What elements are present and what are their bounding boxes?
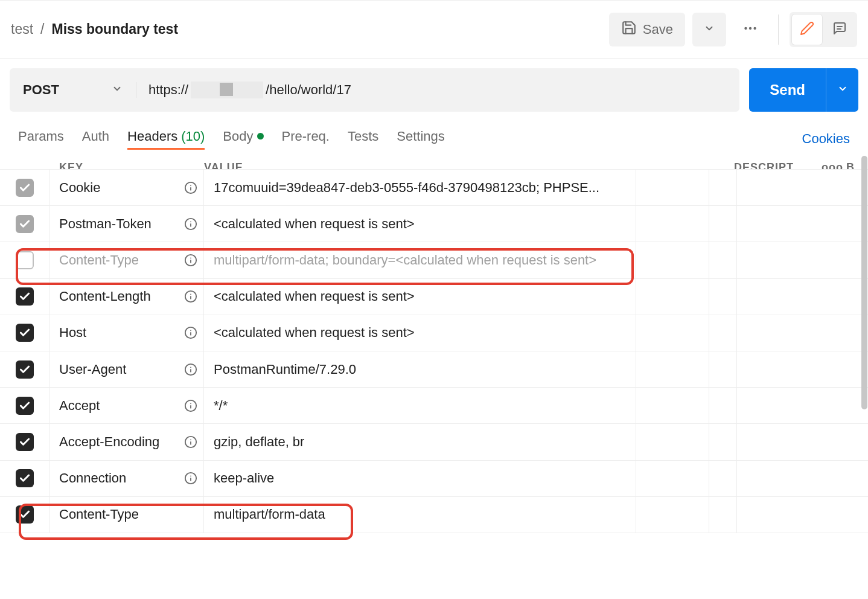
header-enabled-checkbox[interactable] bbox=[16, 397, 34, 415]
header-enabled-checkbox[interactable] bbox=[16, 324, 34, 342]
header-description-cell[interactable] bbox=[636, 242, 709, 278]
header-description-cell[interactable] bbox=[636, 497, 709, 533]
header-value-text: */* bbox=[214, 398, 228, 414]
send-button[interactable]: Send bbox=[749, 68, 826, 112]
header-description-cell[interactable] bbox=[636, 279, 709, 315]
header-enabled-checkbox[interactable] bbox=[16, 505, 34, 524]
header-key-cell[interactable]: User-Agent bbox=[49, 351, 204, 387]
header-description-cell[interactable] bbox=[636, 206, 709, 242]
svg-point-1 bbox=[749, 27, 752, 29]
header-enabled-checkbox[interactable] bbox=[16, 251, 34, 269]
info-icon[interactable] bbox=[184, 254, 197, 267]
send-dropdown-button[interactable] bbox=[826, 68, 858, 112]
header-row: Content-Typemultipart/form-data bbox=[0, 497, 868, 533]
header-enabled-checkbox[interactable] bbox=[16, 360, 34, 379]
header-row: Host<calculated when request is sent> bbox=[0, 315, 868, 351]
header-description-cell[interactable] bbox=[636, 424, 709, 460]
divider bbox=[778, 14, 779, 45]
header-key-cell[interactable]: Host bbox=[49, 315, 204, 351]
tab-auth[interactable]: Auth bbox=[82, 129, 109, 150]
header-key-text: Host bbox=[59, 325, 86, 341]
header-enabled-checkbox[interactable] bbox=[16, 287, 34, 306]
header-key-cell[interactable]: Postman-Token bbox=[49, 206, 204, 242]
headers-count: (10) bbox=[181, 129, 205, 144]
header-more-cell bbox=[709, 206, 737, 242]
header-row: User-AgentPostmanRuntime/7.29.0 bbox=[0, 351, 868, 388]
info-icon[interactable] bbox=[184, 399, 197, 412]
header-extra-cell bbox=[737, 388, 761, 423]
header-value-cell[interactable]: keep-alive bbox=[204, 461, 636, 496]
tab-settings[interactable]: Settings bbox=[397, 129, 445, 150]
info-icon[interactable] bbox=[184, 217, 197, 231]
header-description-cell[interactable] bbox=[636, 170, 709, 205]
edit-mode-button[interactable] bbox=[792, 14, 822, 45]
header-enabled-checkbox[interactable] bbox=[16, 179, 34, 197]
scrollbar-thumb[interactable] bbox=[861, 156, 867, 409]
header-extra-cell bbox=[737, 461, 761, 496]
tab-body[interactable]: Body bbox=[223, 129, 263, 150]
info-icon[interactable] bbox=[184, 472, 197, 485]
header-value-cell[interactable]: gzip, deflate, br bbox=[204, 424, 636, 460]
save-button[interactable]: Save bbox=[609, 13, 685, 46]
header-key-cell[interactable]: Content-Type bbox=[49, 497, 204, 533]
save-label: Save bbox=[643, 22, 673, 37]
header-enabled-checkbox[interactable] bbox=[16, 469, 34, 487]
header-enabled-checkbox[interactable] bbox=[16, 215, 34, 233]
info-icon[interactable] bbox=[184, 326, 197, 339]
header-key-cell[interactable]: Accept-Encoding bbox=[49, 424, 204, 460]
header-value-cell[interactable]: <calculated when request is sent> bbox=[204, 315, 636, 351]
request-url-input[interactable]: https:// /hello/world/17 bbox=[136, 82, 739, 98]
header-more-cell bbox=[709, 461, 737, 496]
header-extra-cell bbox=[737, 206, 761, 242]
more-horizontal-icon bbox=[742, 21, 758, 39]
pencil-icon bbox=[800, 21, 814, 38]
info-icon[interactable] bbox=[184, 435, 197, 449]
cookies-link[interactable]: Cookies bbox=[802, 131, 850, 147]
header-key-cell[interactable]: Cookie bbox=[49, 170, 204, 205]
header-description-cell[interactable] bbox=[636, 461, 709, 496]
header-value-cell[interactable]: <calculated when request is sent> bbox=[204, 206, 636, 242]
header-row: Accept*/* bbox=[0, 388, 868, 424]
header-value-cell[interactable]: 17comuuid=39dea847-deb3-0555-f46d-379049… bbox=[204, 170, 636, 205]
header-more-cell bbox=[709, 242, 737, 278]
header-description-cell[interactable] bbox=[636, 388, 709, 423]
chevron-down-icon bbox=[112, 82, 123, 98]
header-description-cell[interactable] bbox=[636, 315, 709, 351]
header-key-text: Connection bbox=[59, 470, 126, 486]
header-row: Connectionkeep-alive bbox=[0, 461, 868, 497]
more-options-button[interactable] bbox=[733, 13, 767, 46]
header-value-cell[interactable]: PostmanRuntime/7.29.0 bbox=[204, 351, 636, 387]
tab-tests[interactable]: Tests bbox=[348, 129, 378, 150]
info-icon[interactable] bbox=[184, 290, 197, 303]
tab-params[interactable]: Params bbox=[18, 129, 64, 150]
header-key-cell[interactable]: Connection bbox=[49, 461, 204, 496]
header-extra-cell bbox=[737, 242, 761, 278]
header-key-text: Postman-Token bbox=[59, 216, 152, 232]
header-key-cell[interactable]: Content-Length bbox=[49, 279, 204, 315]
info-icon[interactable] bbox=[184, 181, 197, 194]
header-description-cell[interactable] bbox=[636, 351, 709, 387]
save-dropdown-button[interactable] bbox=[692, 13, 726, 46]
http-method-select[interactable]: POST bbox=[10, 82, 136, 98]
header-key-cell[interactable]: Accept bbox=[49, 388, 204, 423]
header-enabled-checkbox[interactable] bbox=[16, 433, 34, 451]
table-header-row: KEY VALUE DESCRIPT ooo B bbox=[0, 156, 868, 169]
header-key-cell[interactable]: Content-Type bbox=[49, 242, 204, 278]
header-value-cell[interactable]: */* bbox=[204, 388, 636, 423]
breadcrumb-title[interactable]: Miss boundary test bbox=[51, 21, 178, 37]
header-more-cell bbox=[709, 424, 737, 460]
breadcrumb-folder[interactable]: test bbox=[11, 21, 33, 37]
header-value-cell[interactable]: multipart/form-data; boundary=<calculate… bbox=[204, 242, 636, 278]
url-redacted-segment bbox=[191, 82, 263, 98]
header-value-cell[interactable]: multipart/form-data bbox=[204, 497, 636, 533]
tab-prereq[interactable]: Pre-req. bbox=[282, 129, 330, 150]
header-value-text: PostmanRuntime/7.29.0 bbox=[214, 362, 356, 377]
vertical-scrollbar[interactable] bbox=[861, 156, 868, 599]
header-value-cell[interactable]: <calculated when request is sent> bbox=[204, 279, 636, 315]
comment-mode-button[interactable] bbox=[825, 14, 855, 45]
tab-headers[interactable]: Headers (10) bbox=[127, 129, 205, 150]
header-more-cell bbox=[709, 279, 737, 315]
info-icon[interactable] bbox=[184, 363, 197, 376]
svg-point-0 bbox=[744, 27, 747, 29]
url-prefix: https:// bbox=[148, 82, 188, 98]
